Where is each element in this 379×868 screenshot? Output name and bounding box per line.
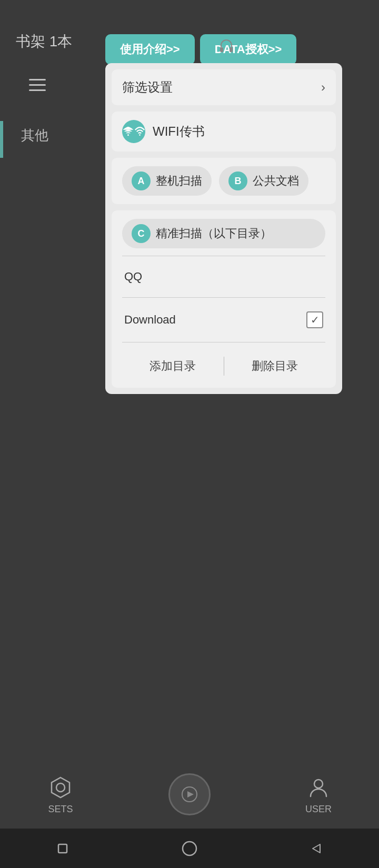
precise-scan-label: 精准扫描（以下目录） xyxy=(156,226,272,241)
android-square-button[interactable] xyxy=(55,841,71,856)
precise-scan-header[interactable]: C 精准扫描（以下目录） xyxy=(122,219,325,248)
svg-point-8 xyxy=(183,842,196,855)
dropdown-panel: 筛选设置 › WIFI传书 A 整机扫描 B xyxy=(105,63,342,394)
add-directory-button[interactable]: 添加目录 xyxy=(122,353,224,379)
download-dir-label: Download xyxy=(124,313,176,327)
intro-button[interactable]: 使用介绍>> xyxy=(105,34,195,65)
scan-c-circle: C xyxy=(132,224,151,243)
download-directory-item: Download xyxy=(122,305,325,335)
full-scan-label: 整机扫描 xyxy=(156,173,202,189)
nav-sets[interactable]: SETS xyxy=(47,774,74,815)
svg-point-2 xyxy=(127,134,129,136)
precise-scan-section: C 精准扫描（以下目录） QQ Download 添加目录 删除目录 xyxy=(112,210,336,388)
scan-section: A 整机扫描 B 公共文档 xyxy=(112,158,336,204)
android-home-button[interactable] xyxy=(181,840,198,857)
remove-directory-button[interactable]: 删除目录 xyxy=(224,353,326,379)
user-icon xyxy=(305,774,332,801)
sets-icon xyxy=(47,774,74,801)
svg-marker-4 xyxy=(52,778,69,798)
divider-1 xyxy=(122,256,325,256)
public-doc-button[interactable]: B 公共文档 xyxy=(219,166,308,196)
sidebar-indicator xyxy=(0,121,3,158)
android-back-button[interactable] xyxy=(308,841,324,856)
shelf-title: 书架 1本 xyxy=(16,32,72,52)
svg-marker-9 xyxy=(313,844,320,853)
qq-dir-label: QQ xyxy=(124,270,142,284)
svg-rect-0 xyxy=(220,47,223,52)
bottom-nav: SETS USER xyxy=(0,768,379,826)
nav-user[interactable]: USER xyxy=(305,774,332,815)
wifi-label: WIFI传书 xyxy=(153,123,205,140)
svg-point-5 xyxy=(56,783,65,792)
svg-point-6 xyxy=(314,780,323,788)
nav-center-button[interactable] xyxy=(168,773,211,815)
sets-label: SETS xyxy=(48,804,73,815)
divider-2 xyxy=(122,297,325,298)
user-label: USER xyxy=(305,804,332,815)
chevron-right-icon: › xyxy=(321,80,325,95)
menu-icon[interactable] xyxy=(29,79,46,91)
directory-action-row: 添加目录 删除目录 xyxy=(122,353,325,379)
filter-settings-item[interactable]: 筛选设置 › xyxy=(112,69,336,105)
divider-3 xyxy=(122,342,325,342)
android-nav-bar xyxy=(0,829,379,868)
qq-directory-item: QQ xyxy=(122,264,325,290)
data-auth-button[interactable]: DATA授权>> xyxy=(200,34,297,65)
filter-settings-label: 筛选设置 xyxy=(122,79,173,96)
svg-rect-7 xyxy=(58,844,67,853)
svg-rect-1 xyxy=(230,47,233,52)
top-buttons-container: 使用介绍>> DATA授权>> xyxy=(105,34,296,65)
headphone-icon[interactable] xyxy=(218,38,234,54)
scan-b-circle: B xyxy=(228,171,247,190)
svg-point-3 xyxy=(139,134,141,136)
full-scan-button[interactable]: A 整机扫描 xyxy=(122,166,212,196)
public-doc-label: 公共文档 xyxy=(253,173,299,189)
wifi-transfer-item[interactable]: WIFI传书 xyxy=(112,112,336,152)
other-label: 其他 xyxy=(21,126,48,145)
scan-a-circle: A xyxy=(132,171,151,190)
download-checkbox[interactable] xyxy=(306,311,323,328)
wifi-icon xyxy=(122,120,145,143)
